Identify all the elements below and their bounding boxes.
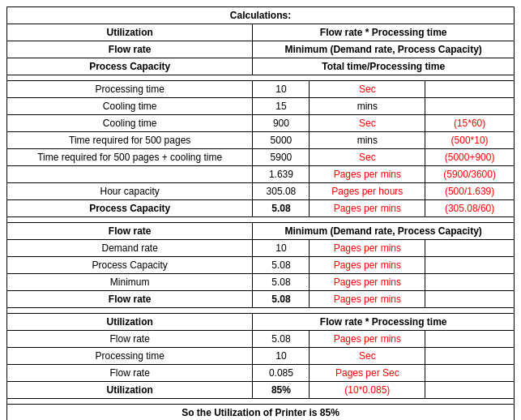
util-flowrate-unit: Pages per mins: [310, 331, 425, 348]
table-row: Demand rate 10 Pages per mins: [7, 240, 515, 257]
cooling-time2-value: 900: [253, 115, 310, 132]
hour-cap-unit: Pages per hours: [310, 183, 425, 200]
hour-cap-note: (500/1.639): [425, 183, 515, 200]
table-row: Process Capacity 5.08 Pages per mins (30…: [7, 200, 515, 217]
time500cool-note: (5000+900): [425, 149, 515, 166]
processing-time-unit: Sec: [310, 81, 425, 98]
table-row: Flow rate 5.08 Pages per mins: [7, 291, 515, 308]
table-row: 1.639 Pages per mins (5900/3600): [7, 166, 515, 183]
process-capacity-label: Process Capacity: [7, 58, 253, 75]
time500cool-unit: Sec: [310, 149, 425, 166]
demand-rate-unit: Pages per mins: [310, 240, 425, 257]
table-row: Processing time 10 Sec: [7, 81, 515, 98]
separator-row-4: [7, 399, 515, 405]
flowrate-label: Flow rate: [7, 41, 253, 58]
table-row: Flow rate Minimum (Demand rate, Process …: [7, 223, 515, 240]
table-row: Flow rate 0.085 Pages per Sec: [7, 365, 515, 382]
final-row: So the Utilization of Printer is 85%: [7, 405, 515, 421]
util-flowsec-unit: Pages per Sec: [310, 365, 425, 382]
cooling-time2-label: Cooling time: [7, 115, 253, 132]
util-result-label: Utilization: [7, 382, 253, 399]
flowrate-result-label: Flow rate: [7, 291, 253, 308]
util-proctime-note: [425, 348, 515, 365]
cooling-time2-unit: Sec: [310, 115, 425, 132]
demand-rate-value: 10: [253, 240, 310, 257]
proc-cap3-unit: Pages per mins: [310, 257, 425, 274]
demand-rate-label: Demand rate: [7, 240, 253, 257]
proc-cap2-note: (305.08/60): [425, 200, 515, 217]
flowrate-result-unit: Pages per mins: [310, 291, 425, 308]
minimum-value: 5.08: [253, 274, 310, 291]
hour-cap-value: 305.08: [253, 183, 310, 200]
time500-value: 5000: [253, 132, 310, 149]
table-row: Cooling time 15 mins: [7, 98, 515, 115]
util-result-value: 85%: [253, 382, 310, 399]
time500cool-label: Time required for 500 pages + cooling ti…: [7, 149, 253, 166]
util2-label: Utilization: [7, 314, 253, 331]
ppm1-value: 1.639: [253, 166, 310, 183]
table-row: Time required for 500 pages + cooling ti…: [7, 149, 515, 166]
time500-label: Time required for 500 pages: [7, 132, 253, 149]
flowrate2-formula: Minimum (Demand rate, Process Capacity): [253, 223, 515, 240]
proc-cap3-value: 5.08: [253, 257, 310, 274]
util-flowrate-value: 5.08: [253, 331, 310, 348]
util-proctime-label: Processing time: [7, 348, 253, 365]
demand-rate-note: [425, 240, 515, 257]
table-row: Flow rate 5.08 Pages per mins: [7, 331, 515, 348]
utilization-label: Utilization: [7, 24, 253, 41]
util-flowsec-label: Flow rate: [7, 365, 253, 382]
minimum-label: Minimum: [7, 274, 253, 291]
table-row: Minimum 5.08 Pages per mins: [7, 274, 515, 291]
process-capacity-formula: Total time/Processing time: [253, 58, 515, 75]
minimum-note: [425, 274, 515, 291]
ppm1-note: (5900/3600): [425, 166, 515, 183]
time500cool-value: 5900: [253, 149, 310, 166]
table-row: Utilization Flow rate * Processing time: [7, 314, 515, 331]
processing-time-note: [425, 81, 515, 98]
ppm1-label: [7, 166, 253, 183]
time500-unit: mins: [310, 132, 425, 149]
table-row: Hour capacity 305.08 Pages per hours (50…: [7, 183, 515, 200]
separator-row-3: [7, 308, 515, 314]
utilization-formula: Flow rate * Processing time: [253, 24, 515, 41]
final-statement: So the Utilization of Printer is 85%: [7, 405, 515, 421]
cooling-time2-note: (15*60): [425, 115, 515, 132]
proc-cap2-unit: Pages per mins: [310, 200, 425, 217]
separator-row-1: [7, 75, 515, 81]
table-row: Utilization 85% (10*0.085): [7, 382, 515, 399]
util-result-unit: (10*0.085): [310, 382, 425, 399]
cooling-time1-note: [425, 98, 515, 115]
proc-cap2-value: 5.08: [253, 200, 310, 217]
cooling-time1-label: Cooling time: [7, 98, 253, 115]
util2-formula: Flow rate * Processing time: [253, 314, 515, 331]
ppm1-unit: Pages per mins: [310, 166, 425, 183]
table-row: Cooling time 900 Sec (15*60): [7, 115, 515, 132]
separator-row-2: [7, 217, 515, 223]
util-flowsec-value: 0.085: [253, 365, 310, 382]
cooling-time1-unit: mins: [310, 98, 425, 115]
proc-cap3-label: Process Capacity: [7, 257, 253, 274]
table-row: Processing time 10 Sec: [7, 348, 515, 365]
flowrate-result-note: [425, 291, 515, 308]
minimum-unit: Pages per mins: [310, 274, 425, 291]
cooling-time1-value: 15: [253, 98, 310, 115]
flowrate-result-value: 5.08: [253, 291, 310, 308]
time500-note: (500*10): [425, 132, 515, 149]
processing-time-label: Processing time: [7, 81, 253, 98]
util-proctime-unit: Sec: [310, 348, 425, 365]
table-row: Time required for 500 pages 5000 mins (5…: [7, 132, 515, 149]
util-result-note: [425, 382, 515, 399]
calculations-title: Calculations:: [7, 7, 515, 24]
proc-cap2-label: Process Capacity: [7, 200, 253, 217]
flowrate2-label: Flow rate: [7, 223, 253, 240]
util-flowrate-label: Flow rate: [7, 331, 253, 348]
util-flowsec-note: [425, 365, 515, 382]
util-proctime-value: 10: [253, 348, 310, 365]
hour-cap-label: Hour capacity: [7, 183, 253, 200]
util-flowrate-note: [425, 331, 515, 348]
flowrate-formula: Minimum (Demand rate, Process Capacity): [253, 41, 515, 58]
processing-time-value: 10: [253, 81, 310, 98]
table-row: Process Capacity 5.08 Pages per mins: [7, 257, 515, 274]
proc-cap3-note: [425, 257, 515, 274]
